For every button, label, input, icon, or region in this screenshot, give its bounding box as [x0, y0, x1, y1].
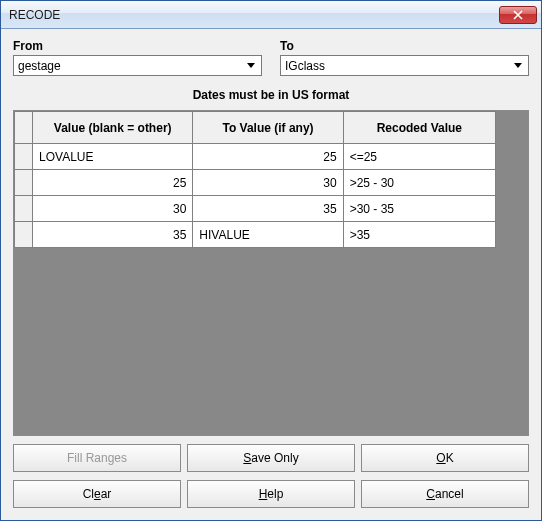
- cell-recoded[interactable]: >25 - 30: [343, 170, 495, 196]
- save-only-button[interactable]: Save Only: [187, 444, 355, 472]
- cancel-button[interactable]: Cancel: [361, 480, 529, 508]
- row-header[interactable]: [15, 196, 33, 222]
- cell-value[interactable]: 25: [33, 170, 193, 196]
- from-value: gestage: [18, 59, 243, 73]
- table-row: 35HIVALUE>35: [15, 222, 496, 248]
- to-label: To: [280, 39, 529, 53]
- col-header-recoded: Recoded Value: [343, 112, 495, 144]
- fill-ranges-button[interactable]: Fill Ranges: [13, 444, 181, 472]
- from-combo[interactable]: gestage: [13, 55, 262, 76]
- row-header-blank: [15, 112, 33, 144]
- button-row-1: Fill Ranges Save Only OK: [13, 444, 529, 472]
- row-header[interactable]: [15, 144, 33, 170]
- close-icon: [513, 10, 523, 20]
- cell-value[interactable]: LOVALUE: [33, 144, 193, 170]
- table-row: LOVALUE25<=25: [15, 144, 496, 170]
- from-label: From: [13, 39, 262, 53]
- row-header[interactable]: [15, 170, 33, 196]
- to-value: IGclass: [285, 59, 510, 73]
- chevron-down-icon: [510, 57, 526, 74]
- button-row-2: Clear Help Cancel: [13, 480, 529, 508]
- cell-recoded[interactable]: <=25: [343, 144, 495, 170]
- table-row: 2530>25 - 30: [15, 170, 496, 196]
- cell-to-value[interactable]: HIVALUE: [193, 222, 343, 248]
- to-combo[interactable]: IGclass: [280, 55, 529, 76]
- format-note: Dates must be in US format: [13, 88, 529, 102]
- cell-to-value[interactable]: 35: [193, 196, 343, 222]
- to-field: To IGclass: [280, 39, 529, 76]
- cell-to-value[interactable]: 25: [193, 144, 343, 170]
- row-header[interactable]: [15, 222, 33, 248]
- cell-to-value[interactable]: 30: [193, 170, 343, 196]
- from-field: From gestage: [13, 39, 262, 76]
- recode-dialog: RECODE From gestage To IGclass: [0, 0, 542, 521]
- cell-value[interactable]: 35: [33, 222, 193, 248]
- cell-value[interactable]: 30: [33, 196, 193, 222]
- recode-table: Value (blank = other) To Value (if any) …: [14, 111, 496, 248]
- grid-container: Value (blank = other) To Value (if any) …: [13, 110, 529, 436]
- cell-recoded[interactable]: >30 - 35: [343, 196, 495, 222]
- clear-button[interactable]: Clear: [13, 480, 181, 508]
- ok-button[interactable]: OK: [361, 444, 529, 472]
- titlebar: RECODE: [1, 1, 541, 29]
- content-area: From gestage To IGclass Dates must: [1, 29, 541, 520]
- help-button[interactable]: Help: [187, 480, 355, 508]
- chevron-down-icon: [243, 57, 259, 74]
- field-row: From gestage To IGclass: [13, 39, 529, 76]
- window-title: RECODE: [9, 8, 499, 22]
- close-button[interactable]: [499, 6, 537, 24]
- cell-recoded[interactable]: >35: [343, 222, 495, 248]
- table-row: 3035>30 - 35: [15, 196, 496, 222]
- col-header-to-value: To Value (if any): [193, 112, 343, 144]
- col-header-value: Value (blank = other): [33, 112, 193, 144]
